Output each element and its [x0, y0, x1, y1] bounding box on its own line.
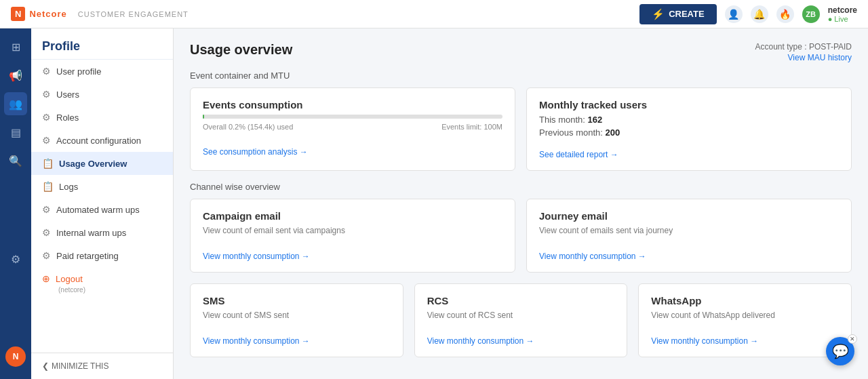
rcs-desc: View count of RCS sent: [427, 311, 615, 320]
main-content: Usage overview Account type : POST-PAID …: [174, 28, 868, 379]
rcs-link[interactable]: View monthly consumption →: [427, 336, 534, 346]
rail-people-icon[interactable]: 👥: [4, 92, 27, 115]
sidebar-item-usage-overview[interactable]: 📋 Usage Overview: [31, 152, 173, 175]
rail-grid-icon[interactable]: ⊞: [4, 35, 27, 58]
sms-desc: View count of SMS sent: [203, 311, 391, 320]
logo[interactable]: N Netcore: [11, 7, 67, 21]
sms-title: SMS: [203, 295, 391, 306]
chevron-left-icon: ❮: [42, 361, 49, 371]
sidebar-item-users[interactable]: ⚙ Users: [31, 83, 173, 106]
rail-gear-icon[interactable]: ⚙: [4, 248, 27, 271]
sidebar-item-logs[interactable]: 📋 Logs: [31, 175, 173, 198]
logout-sub: (netcore): [31, 286, 173, 294]
journey-email-card: Journey email View count of emails sent …: [526, 199, 852, 273]
sidebar-label-logs: Logs: [59, 182, 78, 192]
page-title: Usage overview: [190, 42, 292, 58]
events-card-title: Events consumption: [203, 99, 502, 111]
sidebar-label-user-profile: User profile: [56, 66, 101, 77]
channel-cards-row1: Campaign email View count of email sent …: [190, 199, 852, 273]
sidebar-title: Profile: [31, 28, 173, 60]
events-consumption-card: Events consumption Overall 0.2% (154.4k)…: [190, 87, 515, 171]
automated-warm-ups-icon: ⚙: [42, 204, 51, 215]
campaign-email-link[interactable]: View monthly consumption →: [203, 252, 310, 261]
mtu-prev-month: Previous month: 200: [539, 127, 839, 138]
fire-icon-button[interactable]: 🔥: [776, 5, 794, 23]
main-header: Usage overview Account type : POST-PAID …: [190, 42, 852, 62]
sidebar-item-paid-retargeting[interactable]: ⚙ Paid retargeting: [31, 244, 173, 267]
avatar-button[interactable]: ZB: [802, 5, 820, 23]
account-name: netcore: [828, 5, 857, 15]
bolt-icon: ⚡: [652, 8, 665, 20]
logout-icon: ⊕: [42, 273, 50, 284]
consumption-analysis-link[interactable]: See consumption analysis →: [203, 147, 308, 157]
event-mtu-cards-row: Events consumption Overall 0.2% (154.4k)…: [190, 87, 852, 171]
sidebar-label-logout: Logout: [56, 274, 83, 284]
sidebar-item-roles[interactable]: ⚙ Roles: [31, 106, 173, 129]
sidebar-label-roles: Roles: [56, 113, 79, 123]
sms-card: SMS View count of SMS sent View monthly …: [190, 283, 403, 357]
account-type-label: Account type : POST-PAID: [755, 42, 852, 52]
usage-overview-icon: 📋: [42, 158, 54, 169]
rail-list-icon[interactable]: ▤: [4, 121, 27, 144]
journey-email-link[interactable]: View monthly consumption →: [539, 252, 646, 261]
bell-icon-button[interactable]: 🔔: [751, 5, 768, 23]
sidebar: Profile ⚙ User profile ⚙ Users ⚙ Roles ⚙…: [31, 28, 174, 379]
create-button[interactable]: ⚡ CREATE: [639, 4, 716, 24]
mtu-this-month: This month: 162: [539, 115, 839, 125]
mtu-card-title: Monthly tracked users: [539, 99, 839, 111]
layout: ⊞ 📢 👥 ▤ 🔍 ⚙ N Profile ⚙ User profile ⚙ U…: [0, 28, 868, 379]
whatsapp-desc: View count of WhatsApp delivered: [651, 311, 839, 320]
users-icon: ⚙: [42, 89, 51, 100]
rcs-title: RCS: [427, 295, 615, 306]
logs-icon: 📋: [42, 181, 54, 192]
topnav-actions: ⚡ CREATE 👤 🔔 🔥 ZB netcore ● Live: [639, 4, 857, 24]
campaign-email-card: Campaign email View count of email sent …: [190, 199, 515, 273]
account-status: ● Live: [828, 15, 857, 23]
account-info[interactable]: netcore ● Live: [828, 5, 857, 23]
chat-close-icon[interactable]: ✕: [848, 334, 857, 344]
whatsapp-title: WhatsApp: [651, 295, 839, 306]
mtu-card: Monthly tracked users This month: 162 Pr…: [526, 87, 852, 171]
section1-label: Event container and MTU: [190, 71, 852, 81]
rail-megaphone-icon[interactable]: 📢: [4, 64, 27, 87]
sidebar-item-automated-warm-ups[interactable]: ⚙ Automated warm ups: [31, 198, 173, 221]
chat-bubble[interactable]: 💬 ✕: [826, 337, 854, 365]
sidebar-label-paid-retargeting: Paid retargeting: [56, 251, 119, 261]
journey-email-title: Journey email: [539, 210, 839, 222]
user-profile-icon: ⚙: [42, 66, 51, 77]
whatsapp-card: WhatsApp View count of WhatsApp delivere…: [638, 283, 852, 357]
sidebar-item-account-configuration[interactable]: ⚙ Account configuration: [31, 129, 173, 152]
create-label: CREATE: [669, 9, 704, 19]
logo-box: N: [11, 7, 25, 21]
account-type-info: Account type : POST-PAID View MAU histor…: [755, 42, 852, 62]
progress-used: Overall 0.2% (154.4k) used: [203, 123, 293, 131]
detailed-report-link[interactable]: See detailed report →: [539, 150, 618, 159]
roles-icon: ⚙: [42, 112, 51, 123]
campaign-email-title: Campaign email: [203, 210, 502, 222]
progress-bar-bg: [203, 115, 502, 119]
section2-label: Channel wise overview: [190, 182, 852, 192]
rail-search-icon[interactable]: 🔍: [4, 149, 27, 172]
sidebar-item-user-profile[interactable]: ⚙ User profile: [31, 60, 173, 83]
sms-link[interactable]: View monthly consumption →: [203, 336, 310, 346]
top-nav: N Netcore CUSTOMER ENGAGEMENT ⚡ CREATE 👤…: [0, 0, 868, 28]
view-mau-link[interactable]: View MAU history: [755, 53, 852, 62]
progress-limit: Events limit: 100M: [441, 123, 502, 131]
app-subtitle: CUSTOMER ENGAGEMENT: [78, 10, 189, 18]
progress-meta: Overall 0.2% (154.4k) used Events limit:…: [203, 123, 502, 131]
campaign-email-desc: View count of email sent via campaigns: [203, 226, 502, 235]
icon-rail: ⊞ 📢 👥 ▤ 🔍 ⚙ N: [0, 28, 31, 379]
internal-warm-ups-icon: ⚙: [42, 227, 51, 238]
rail-avatar[interactable]: N: [5, 346, 26, 367]
logo-name: Netcore: [29, 9, 66, 19]
paid-retargeting-icon: ⚙: [42, 250, 51, 261]
minimize-button[interactable]: ❮ MINIMIZE THIS: [31, 353, 173, 379]
whatsapp-link[interactable]: View monthly consumption →: [651, 336, 758, 346]
channel-cards-row2: SMS View count of SMS sent View monthly …: [190, 283, 852, 357]
chat-icon: 💬: [832, 343, 849, 359]
sidebar-item-internal-warm-ups[interactable]: ⚙ Internal warm ups: [31, 221, 173, 244]
user-icon-button[interactable]: 👤: [725, 5, 743, 23]
sidebar-label-internal-warm-ups: Internal warm ups: [56, 228, 126, 238]
sidebar-label-account-config: Account configuration: [56, 136, 141, 146]
minimize-label: MINIMIZE THIS: [52, 361, 108, 371]
